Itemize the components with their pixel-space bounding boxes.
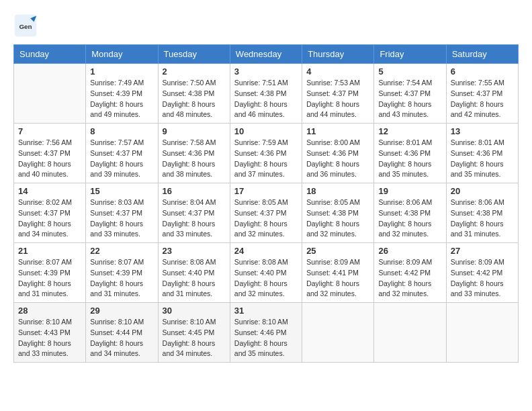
calendar-cell: 15Sunrise: 8:03 AMSunset: 4:37 PMDayligh… (86, 183, 158, 243)
week-row-3: 14Sunrise: 8:02 AMSunset: 4:37 PMDayligh… (14, 183, 519, 243)
day-number: 28 (18, 306, 81, 316)
day-number: 22 (90, 246, 153, 256)
day-info: Sunrise: 8:06 AMSunset: 4:38 PMDaylight:… (451, 197, 514, 240)
day-info: Sunrise: 8:05 AMSunset: 4:38 PMDaylight:… (306, 197, 369, 240)
day-info: Sunrise: 8:10 AMSunset: 4:43 PMDaylight:… (18, 317, 81, 359)
column-header-tuesday: Tuesday (158, 45, 230, 64)
day-info: Sunrise: 8:04 AMSunset: 4:37 PMDaylight:… (163, 197, 226, 240)
calendar-header-row: SundayMondayTuesdayWednesdayThursdayFrid… (14, 45, 519, 64)
day-number: 21 (18, 246, 81, 256)
day-info: Sunrise: 8:07 AMSunset: 4:39 PMDaylight:… (18, 257, 81, 300)
day-number: 19 (378, 186, 441, 196)
day-number: 15 (90, 186, 153, 196)
column-header-wednesday: Wednesday (230, 45, 302, 64)
calendar-cell: 6Sunrise: 7:55 AMSunset: 4:37 PMDaylight… (446, 64, 518, 124)
calendar-cell: 27Sunrise: 8:09 AMSunset: 4:42 PMDayligh… (446, 243, 518, 303)
calendar-cell: 16Sunrise: 8:04 AMSunset: 4:37 PMDayligh… (158, 183, 230, 243)
day-info: Sunrise: 7:49 AMSunset: 4:39 PMDaylight:… (90, 78, 153, 120)
calendar-cell (446, 303, 518, 363)
day-number: 2 (163, 66, 226, 77)
day-number: 13 (451, 126, 514, 136)
calendar-cell: 25Sunrise: 8:09 AMSunset: 4:41 PMDayligh… (302, 243, 374, 303)
calendar-cell: 1Sunrise: 7:49 AMSunset: 4:39 PMDaylight… (86, 64, 158, 124)
day-info: Sunrise: 7:59 AMSunset: 4:36 PMDaylight:… (234, 138, 298, 180)
calendar-cell: 4Sunrise: 7:53 AMSunset: 4:37 PMDaylight… (302, 64, 374, 124)
day-number: 31 (234, 306, 298, 316)
day-number: 4 (306, 66, 369, 77)
day-number: 20 (451, 186, 514, 196)
day-number: 25 (306, 246, 369, 256)
day-info: Sunrise: 7:53 AMSunset: 4:37 PMDaylight:… (306, 78, 369, 120)
calendar-cell: 9Sunrise: 7:58 AMSunset: 4:36 PMDaylight… (158, 124, 230, 183)
calendar-cell: 31Sunrise: 8:10 AMSunset: 4:46 PMDayligh… (230, 303, 302, 363)
week-row-2: 7Sunrise: 7:56 AMSunset: 4:37 PMDaylight… (14, 124, 519, 183)
day-number: 8 (90, 126, 153, 136)
calendar-cell: 22Sunrise: 8:07 AMSunset: 4:39 PMDayligh… (86, 243, 158, 303)
week-row-1: 1Sunrise: 7:49 AMSunset: 4:39 PMDaylight… (14, 64, 519, 124)
day-number: 6 (451, 66, 514, 77)
day-number: 12 (378, 126, 441, 136)
calendar-cell: 5Sunrise: 7:54 AMSunset: 4:37 PMDaylight… (374, 64, 446, 124)
calendar-cell: 30Sunrise: 8:10 AMSunset: 4:45 PMDayligh… (158, 303, 230, 363)
day-number: 23 (163, 246, 226, 256)
calendar-cell: 10Sunrise: 7:59 AMSunset: 4:36 PMDayligh… (230, 124, 302, 183)
week-row-4: 21Sunrise: 8:07 AMSunset: 4:39 PMDayligh… (14, 243, 519, 303)
day-number: 30 (163, 306, 226, 316)
calendar-cell (14, 64, 86, 124)
day-info: Sunrise: 8:07 AMSunset: 4:39 PMDaylight:… (90, 257, 153, 300)
day-info: Sunrise: 7:50 AMSunset: 4:38 PMDaylight:… (163, 78, 226, 120)
day-info: Sunrise: 8:08 AMSunset: 4:40 PMDaylight:… (234, 257, 298, 300)
svg-text:Gen: Gen (19, 23, 32, 30)
day-info: Sunrise: 7:55 AMSunset: 4:37 PMDaylight:… (451, 78, 514, 120)
column-header-monday: Monday (86, 45, 158, 64)
day-info: Sunrise: 8:10 AMSunset: 4:46 PMDaylight:… (234, 317, 298, 359)
day-number: 18 (306, 186, 369, 196)
day-info: Sunrise: 8:10 AMSunset: 4:45 PMDaylight:… (163, 317, 226, 359)
day-number: 3 (234, 66, 298, 77)
calendar-cell: 12Sunrise: 8:01 AMSunset: 4:36 PMDayligh… (374, 124, 446, 183)
calendar-cell: 17Sunrise: 8:05 AMSunset: 4:37 PMDayligh… (230, 183, 302, 243)
calendar-cell: 23Sunrise: 8:08 AMSunset: 4:40 PMDayligh… (158, 243, 230, 303)
calendar-cell: 3Sunrise: 7:51 AMSunset: 4:38 PMDaylight… (230, 64, 302, 124)
day-info: Sunrise: 8:08 AMSunset: 4:40 PMDaylight:… (163, 257, 226, 300)
calendar-cell: 20Sunrise: 8:06 AMSunset: 4:38 PMDayligh… (446, 183, 518, 243)
day-info: Sunrise: 8:01 AMSunset: 4:36 PMDaylight:… (451, 138, 514, 180)
day-info: Sunrise: 7:51 AMSunset: 4:38 PMDaylight:… (234, 78, 298, 120)
column-header-friday: Friday (374, 45, 446, 64)
column-header-sunday: Sunday (14, 45, 86, 64)
day-info: Sunrise: 7:57 AMSunset: 4:37 PMDaylight:… (90, 138, 153, 180)
calendar-cell: 14Sunrise: 8:02 AMSunset: 4:37 PMDayligh… (14, 183, 86, 243)
day-info: Sunrise: 7:56 AMSunset: 4:37 PMDaylight:… (18, 138, 81, 180)
day-number: 10 (234, 126, 298, 136)
day-number: 1 (90, 66, 153, 77)
day-number: 9 (163, 126, 226, 136)
day-number: 11 (306, 126, 369, 136)
calendar-cell: 18Sunrise: 8:05 AMSunset: 4:38 PMDayligh… (302, 183, 374, 243)
day-number: 24 (234, 246, 298, 256)
calendar-cell: 8Sunrise: 7:57 AMSunset: 4:37 PMDaylight… (86, 124, 158, 183)
day-info: Sunrise: 8:06 AMSunset: 4:38 PMDaylight:… (378, 197, 441, 240)
day-info: Sunrise: 8:09 AMSunset: 4:41 PMDaylight:… (306, 257, 369, 300)
calendar-cell: 19Sunrise: 8:06 AMSunset: 4:38 PMDayligh… (374, 183, 446, 243)
day-info: Sunrise: 8:03 AMSunset: 4:37 PMDaylight:… (90, 197, 153, 240)
calendar-cell: 11Sunrise: 8:00 AMSunset: 4:36 PMDayligh… (302, 124, 374, 183)
calendar-cell (302, 303, 374, 363)
day-info: Sunrise: 7:58 AMSunset: 4:36 PMDaylight:… (163, 138, 226, 180)
day-number: 7 (18, 126, 81, 136)
day-info: Sunrise: 8:00 AMSunset: 4:36 PMDaylight:… (306, 138, 369, 180)
logo-icon: Gen (13, 13, 38, 38)
calendar-cell: 7Sunrise: 7:56 AMSunset: 4:37 PMDaylight… (14, 124, 86, 183)
column-header-saturday: Saturday (446, 45, 518, 64)
day-info: Sunrise: 8:09 AMSunset: 4:42 PMDaylight:… (378, 257, 441, 300)
calendar-cell: 24Sunrise: 8:08 AMSunset: 4:40 PMDayligh… (230, 243, 302, 303)
calendar-cell: 13Sunrise: 8:01 AMSunset: 4:36 PMDayligh… (446, 124, 518, 183)
day-info: Sunrise: 8:10 AMSunset: 4:44 PMDaylight:… (90, 317, 153, 359)
calendar-cell: 2Sunrise: 7:50 AMSunset: 4:38 PMDaylight… (158, 64, 230, 124)
logo: Gen (13, 13, 40, 38)
day-number: 17 (234, 186, 298, 196)
calendar: SundayMondayTuesdayWednesdayThursdayFrid… (13, 44, 519, 363)
day-number: 29 (90, 306, 153, 316)
week-row-5: 28Sunrise: 8:10 AMSunset: 4:43 PMDayligh… (14, 303, 519, 363)
calendar-cell: 21Sunrise: 8:07 AMSunset: 4:39 PMDayligh… (14, 243, 86, 303)
day-info: Sunrise: 8:01 AMSunset: 4:36 PMDaylight:… (378, 138, 441, 180)
